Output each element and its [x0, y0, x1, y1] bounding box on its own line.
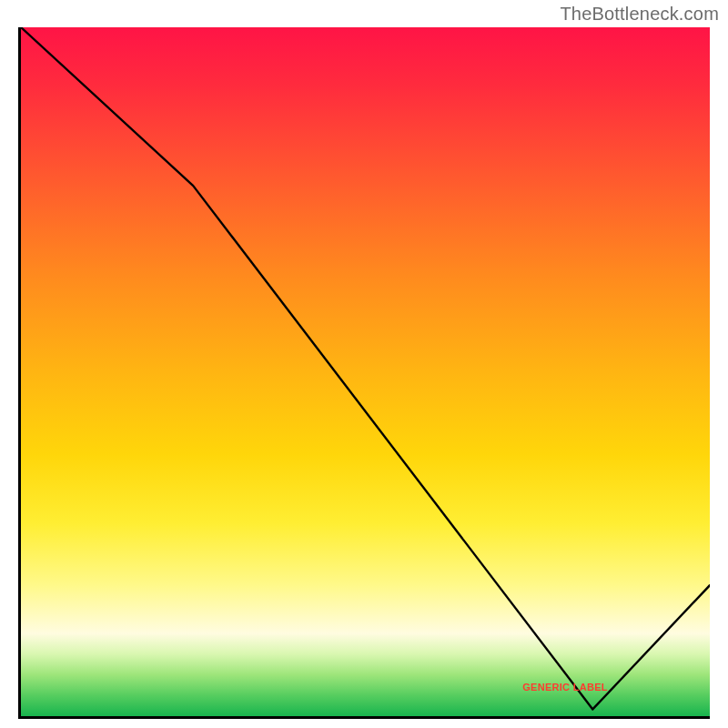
chart-series-line: [21, 27, 710, 709]
chart-plot-area: GENERIC LABEL: [18, 27, 710, 719]
chart-line-layer: [21, 27, 710, 716]
chart-annotation-label: GENERIC LABEL: [522, 682, 608, 693]
attribution-text: TheBottleneck.com: [560, 4, 719, 25]
